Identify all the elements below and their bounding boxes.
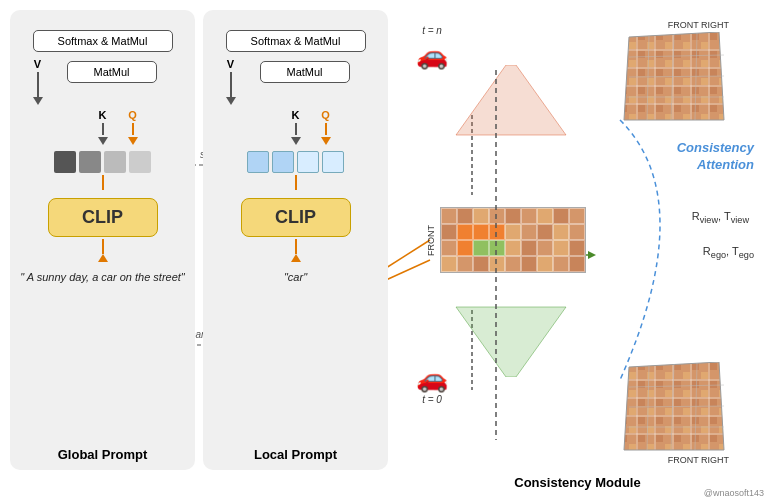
matmul-middle: MatMul: [260, 61, 350, 83]
consistency-attention-label: ConsistencyAttention: [677, 140, 754, 174]
front-right-label-top: FRONT RIGHT: [619, 20, 729, 30]
svg-marker-32: [456, 65, 566, 135]
consistency-module-panel: t = n 🚗 FRONT RIGHT: [396, 10, 759, 490]
k-label-left: K: [99, 109, 107, 121]
bottom-car-section: 🚗 t = 0: [416, 363, 448, 405]
clip-box-middle: CLIP: [241, 198, 351, 237]
rview-tview-label: Rview, Tview: [692, 210, 749, 225]
global-prompt-panel: Softmax & MatMul V MatMul K: [10, 10, 195, 470]
t-n-label: t = n: [422, 25, 442, 36]
global-prompt-text: " A sunny day, a car on the street": [20, 270, 185, 285]
watermark: @wnaosoft143: [704, 488, 764, 498]
top-right-grid: FRONT RIGHT: [619, 20, 729, 125]
token-row-left: [54, 151, 151, 173]
bottom-car-icon: 🚗: [416, 363, 448, 394]
v-label-middle: V: [227, 58, 234, 70]
local-prompt-panel: Softmax & MatMul V MatMul K: [203, 10, 388, 470]
q-label-middle: Q: [321, 109, 330, 121]
q-label-left: Q: [128, 109, 137, 121]
token-row-middle: [247, 151, 344, 173]
local-prompt-label: Local Prompt: [254, 447, 337, 462]
global-prompt-label: Global Prompt: [58, 447, 148, 462]
view-frustum-top: [451, 65, 571, 143]
main-container: share share Softmax & MatMul V: [0, 0, 769, 500]
t-0-label: t = 0: [422, 394, 442, 405]
top-car-icon: 🚗: [416, 40, 448, 71]
main-feature-grid: [440, 207, 586, 273]
softmax-matmul-middle: Softmax & MatMul: [226, 30, 366, 52]
clip-box-left: CLIP: [48, 198, 158, 237]
view-frustum-bottom: [451, 302, 571, 380]
consistency-module-label: Consistency Module: [514, 475, 640, 490]
k-label-middle: K: [292, 109, 300, 121]
v-label-left: V: [34, 58, 41, 70]
svg-marker-33: [456, 307, 566, 377]
rego-tego-label: Rego, Tego: [703, 245, 754, 260]
top-car-section: t = n 🚗: [416, 25, 448, 71]
front-right-label-bottom: FRONT RIGHT: [619, 455, 729, 465]
matmul-left: MatMul: [67, 61, 157, 83]
softmax-matmul-left: Softmax & MatMul: [33, 30, 173, 52]
local-prompt-text: "car": [284, 270, 307, 285]
bottom-right-grid: FRONT RIGHT: [619, 362, 729, 465]
front-label: FRONT: [426, 225, 436, 256]
